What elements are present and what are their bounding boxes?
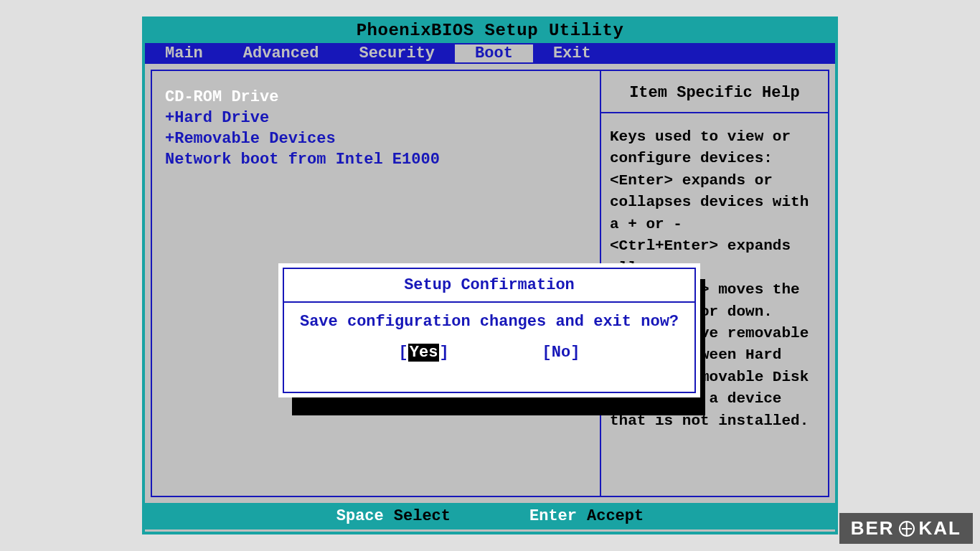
boot-item-label: Removable Devices xyxy=(174,130,335,148)
content-area: CD-ROM Drive +Hard Drive +Removable Devi… xyxy=(145,64,835,503)
expand-indicator: + xyxy=(165,130,174,148)
footer-label-accept: Accept xyxy=(587,507,644,525)
globe-icon xyxy=(899,521,915,537)
boot-item-label: CD-ROM Drive xyxy=(165,88,278,106)
boot-item-removable[interactable]: +Removable Devices xyxy=(165,128,587,149)
confirmation-dialog: Setup Confirmation Save configuration ch… xyxy=(283,268,696,393)
boot-item-label: Network boot from Intel E1000 xyxy=(165,151,440,169)
menu-main[interactable]: Main xyxy=(145,44,223,62)
watermark-logo: BER KAL xyxy=(839,513,973,544)
boot-list-pane: CD-ROM Drive +Hard Drive +Removable Devi… xyxy=(151,70,601,497)
menu-bar: Main Advanced Security Boot Exit xyxy=(145,43,835,64)
watermark-text-pre: BER xyxy=(851,517,895,540)
footer-hint-select: Space Select xyxy=(336,507,451,525)
dialog-body: Save configuration changes and exit now?… xyxy=(284,303,694,373)
dialog-buttons: [Yes] [No] xyxy=(284,344,694,362)
boot-item-label: Hard Drive xyxy=(174,109,269,127)
boot-item-network[interactable]: Network boot from Intel E1000 xyxy=(165,149,587,170)
bios-window: PhoenixBIOS Setup Utility Main Advanced … xyxy=(142,17,838,534)
title-bar: PhoenixBIOS Setup Utility xyxy=(145,19,835,43)
boot-item-harddrive[interactable]: +Hard Drive xyxy=(165,108,587,128)
footer-key-space: Space xyxy=(336,507,384,525)
boot-item-cdrom[interactable]: CD-ROM Drive xyxy=(165,87,587,108)
menu-advanced[interactable]: Advanced xyxy=(223,44,339,62)
menu-security[interactable]: Security xyxy=(339,44,455,62)
menu-exit[interactable]: Exit xyxy=(533,44,611,62)
watermark-text-post: KAL xyxy=(919,517,961,540)
footer-label-select: Select xyxy=(394,507,451,525)
dialog-yes-button[interactable]: [Yes] xyxy=(399,344,449,362)
footer-key-enter: Enter xyxy=(529,507,577,525)
dialog-no-button[interactable]: [No] xyxy=(542,344,580,362)
expand-indicator: + xyxy=(165,109,174,127)
footer-hint-accept: Enter Accept xyxy=(529,507,644,525)
help-title: Item Specific Help xyxy=(601,71,828,113)
dialog-title: Setup Confirmation xyxy=(284,269,694,303)
footer-bar: Space Select Enter Accept xyxy=(145,503,835,529)
dialog-message: Save configuration changes and exit now? xyxy=(284,313,694,331)
menu-boot[interactable]: Boot xyxy=(455,44,533,62)
